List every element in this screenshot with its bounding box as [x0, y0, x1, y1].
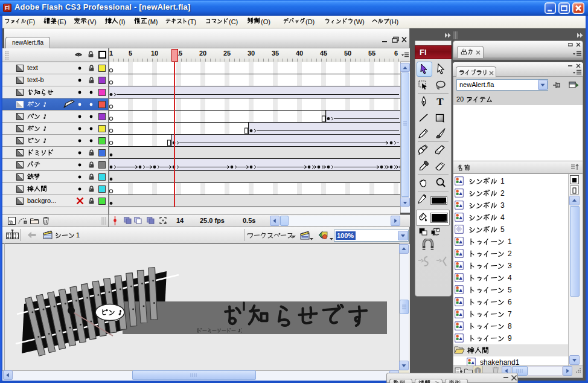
svg-text:T: T [436, 96, 444, 107]
